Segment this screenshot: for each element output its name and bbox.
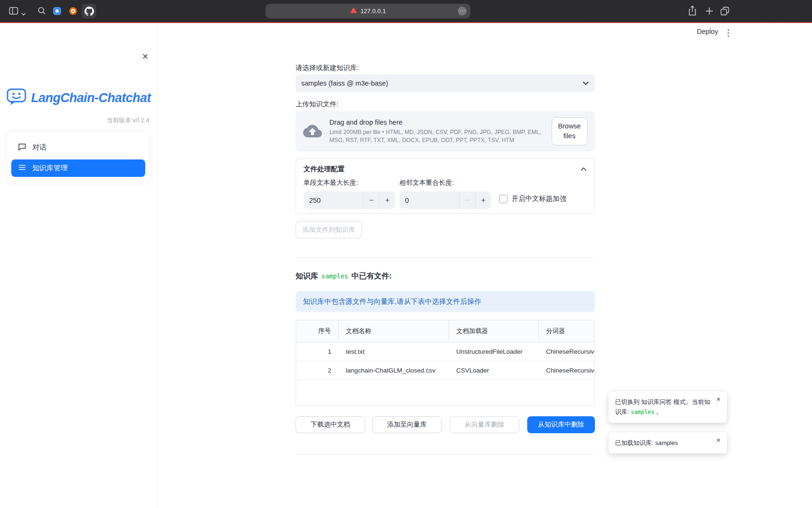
- chunk-size-value[interactable]: 250: [304, 191, 363, 209]
- new-tab-icon[interactable]: [705, 7, 713, 17]
- cell-index: 1: [296, 342, 339, 361]
- toast-text: 已切换到 知识库问答 模式。当前知识库:: [615, 398, 710, 415]
- col-header-filename: 文档名称: [339, 320, 449, 342]
- url-text: 127.0.0.1: [360, 8, 386, 15]
- toast-text: 已加载知识库: samples: [615, 439, 678, 446]
- cell-splitter: ChineseRecursiveT: [539, 342, 594, 361]
- chunk-size-group: 单段文本最大长度: 250 − +: [304, 179, 395, 209]
- sidebar-item-label: 知识库管理: [32, 164, 68, 173]
- toast-close-icon[interactable]: ✕: [715, 437, 722, 444]
- kb-selected-value: samples (faiss @ m3e-base): [301, 79, 388, 87]
- sidebar-menu: 对话 知识库管理: [7, 132, 149, 183]
- heading-prefix: 知识库: [296, 271, 318, 281]
- file-config-expander: 文件处理配置 单段文本最大长度: 250 − + 相邻文本重合长度: 0 −: [296, 159, 595, 214]
- sidebar-item-label: 对话: [32, 143, 47, 152]
- col-header-index: 序号: [296, 320, 339, 342]
- info-box: 知识库中包含源文件与向量库,请从下表中选择文件后操作: [296, 291, 595, 312]
- delete-from-kb-button[interactable]: 从知识库中删除: [527, 416, 595, 433]
- overlap-input: 0 − +: [399, 191, 491, 209]
- kb-files-heading: 知识库 samples 中已有文件:: [296, 271, 391, 281]
- browse-files-button[interactable]: Browse files: [552, 117, 588, 145]
- chunk-minus-button[interactable]: −: [363, 191, 379, 209]
- sidebar-close-icon[interactable]: ✕: [140, 51, 151, 63]
- upload-label: 上传知识文件:: [296, 100, 338, 109]
- chevron-down-icon[interactable]: [21, 9, 26, 18]
- dropzone-texts: Drag and drop files here Limit 200MB per…: [329, 119, 544, 144]
- page-settings-icon[interactable]: ⋯: [458, 7, 467, 16]
- checkbox-label: 开启中文标题加强: [512, 194, 566, 203]
- share-icon[interactable]: [688, 5, 697, 18]
- deploy-button[interactable]: Deploy: [697, 28, 718, 35]
- toast-text-suffix: 。: [656, 408, 662, 415]
- divider: [296, 454, 595, 455]
- table-actions: 下载选中文档 添加至向量库 从向量库删除 从知识库中删除: [296, 416, 595, 433]
- sidebar: ✕ LangChain-Chatchat 当前版本:v0.2.4 对话 知识库管…: [0, 23, 157, 508]
- cell-filename: test.txt: [339, 342, 449, 361]
- overlap-group: 相邻文本重合长度: 0 − +: [399, 179, 491, 209]
- sidebar-item-knowledge-base[interactable]: 知识库管理: [11, 159, 145, 177]
- sidebar-item-dialogue[interactable]: 对话: [11, 139, 145, 156]
- app-logo: LangChain-Chatchat: [0, 88, 157, 108]
- site-favicon: [350, 7, 357, 16]
- dropzone-limit: Limit 200MB per file • HTML, MD, JSON, C…: [329, 128, 544, 144]
- toast-kb-mode: 已切换到 知识库问答 模式。当前知识库: samples 。 ✕: [609, 391, 727, 423]
- page: 127.0.0.1 ⋯ ✕ LangChain-Chatchat 当前版本:v0…: [0, 0, 812, 508]
- expander-header[interactable]: 文件处理配置: [296, 159, 594, 179]
- zh-title-enhance-checkbox[interactable]: 开启中文标题加强: [499, 194, 566, 203]
- main-menu-kebab-icon[interactable]: ⋮: [724, 27, 733, 38]
- sidebar-toggle-icon[interactable]: [8, 6, 19, 17]
- cell-loader: CSVLoader: [449, 361, 539, 380]
- checkbox-box[interactable]: [499, 195, 508, 203]
- delete-from-vector-store-button[interactable]: 从向量库删除: [450, 416, 519, 433]
- github-icon[interactable]: [82, 4, 96, 18]
- files-table: 序号 文档名称 文档加载器 分词器 1 test.txt Unstructure…: [296, 320, 595, 406]
- logo-text: LangChain-Chatchat: [31, 91, 151, 105]
- divider: [296, 257, 595, 258]
- cell-splitter: ChineseRecursiveT: [539, 361, 594, 380]
- logo-chat-icon: [6, 88, 27, 108]
- kb-select-label: 请选择或新建知识库:: [296, 64, 359, 72]
- chunk-size-input: 250 − +: [304, 191, 395, 209]
- download-selected-button[interactable]: 下载选中文档: [296, 416, 365, 433]
- col-header-splitter: 分词器: [539, 320, 594, 342]
- knowledge-base-icon: [18, 163, 26, 173]
- toast-kb-code: samples: [631, 409, 655, 415]
- browser-toolbar: 127.0.0.1 ⋯: [0, 0, 812, 22]
- overlap-label: 相邻文本重合长度:: [399, 179, 491, 187]
- toast-close-icon[interactable]: ✕: [715, 396, 722, 403]
- file-dropzone[interactable]: Drag and drop files here Limit 200MB per…: [296, 111, 595, 151]
- main-content: 请选择或新建知识库: samples (faiss @ m3e-base) 上传…: [296, 23, 595, 508]
- chunk-plus-button[interactable]: +: [379, 191, 395, 209]
- chat-bubble-icon: [18, 143, 26, 152]
- chunk-size-label: 单段文本最大长度:: [304, 179, 395, 187]
- overlap-value[interactable]: 0: [399, 191, 459, 209]
- table-row[interactable]: 2 langchain-ChatGLM_closed.csv CSVLoader…: [296, 361, 594, 380]
- dropzone-title: Drag and drop files here: [329, 119, 544, 126]
- kb-selectbox[interactable]: samples (faiss @ m3e-base): [296, 74, 595, 92]
- chevron-up-icon: [580, 165, 587, 173]
- cell-index: 2: [296, 361, 339, 380]
- table-row[interactable]: 1 test.txt UnstructuredFileLoader Chines…: [296, 342, 594, 361]
- cloud-upload-icon: [303, 123, 322, 139]
- expander-title: 文件处理配置: [304, 165, 344, 174]
- cell-loader: UnstructuredFileLoader: [449, 342, 539, 361]
- url-bar[interactable]: 127.0.0.1 ⋯: [265, 4, 470, 18]
- pinned-app-icon-orange[interactable]: [69, 7, 78, 17]
- overlap-plus-button[interactable]: +: [475, 191, 491, 209]
- search-icon[interactable]: [38, 7, 46, 17]
- select-chevron-down-icon: [582, 79, 589, 87]
- heading-suffix: 中已有文件:: [351, 271, 391, 281]
- version-label: 当前版本:v0.2.4: [107, 116, 149, 125]
- tab-overview-icon[interactable]: [720, 6, 730, 18]
- heading-kb-code: samples: [321, 272, 348, 280]
- overlap-minus-button[interactable]: −: [459, 191, 475, 209]
- table-header-row: 序号 文档名称 文档加载器 分词器: [296, 320, 594, 342]
- add-to-vector-store-button[interactable]: 添加至向量库: [372, 416, 442, 433]
- toast-kb-loaded: 已加载知识库: samples ✕: [609, 432, 727, 453]
- col-header-loader: 文档加载器: [449, 320, 539, 342]
- cell-filename: langchain-ChatGLM_closed.csv: [339, 361, 449, 380]
- pinned-app-icon-blue[interactable]: [53, 7, 62, 17]
- add-files-button[interactable]: 添加文件到知识库: [296, 221, 362, 238]
